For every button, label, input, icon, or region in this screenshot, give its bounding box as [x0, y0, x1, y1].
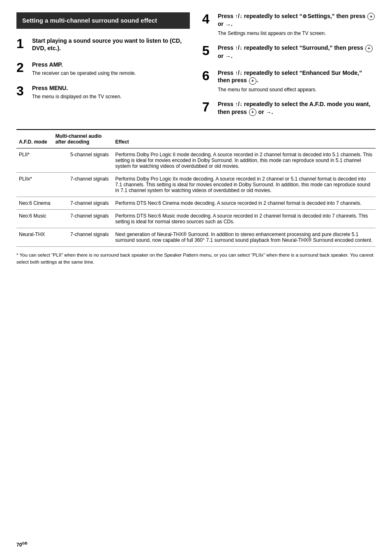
step-1-number: 1	[16, 37, 28, 50]
or-label-4: or	[218, 21, 224, 27]
table-row: PLIIx*7-channel signalsPerforms Dolby Pr…	[16, 173, 376, 197]
col-header-audio: Multi-channel audio after decoding	[53, 130, 113, 148]
step-7-title: Press ↑/↓ repeatedly to select the A.F.D…	[218, 100, 376, 116]
enter-icon-5: +	[365, 45, 373, 52]
cell-effect: Performs DTS Neo:6 Cinema mode decoding.…	[113, 197, 376, 210]
table-header-row: A.F.D. mode Multi-channel audio after de…	[16, 130, 376, 148]
cell-mode: Neural-THX	[16, 228, 53, 247]
step-3-number: 3	[16, 84, 28, 97]
step-7-number: 7	[202, 100, 214, 114]
cell-effect: Performs DTS Neo:6 Music mode decoding. …	[113, 210, 376, 228]
section-title: Setting a multi-channel surround sound e…	[22, 16, 184, 25]
step-1-content: Start playing a sound source you want to…	[32, 37, 190, 53]
step-7: 7 Press ↑/↓ repeatedly to select the A.F…	[202, 100, 376, 118]
step-3-desc: The menu is displayed on the TV screen.	[32, 93, 122, 100]
arrow-right-icon-7: →	[265, 109, 271, 116]
step-4: 4 Press ↑/↓ repeatedly to select “⚙Setti…	[202, 12, 376, 37]
cell-signals: 5-channel signals	[53, 148, 113, 173]
cell-effect: Performs Dolby Pro Logic IIx mode decodi…	[113, 173, 376, 197]
step-5-number: 5	[202, 44, 214, 57]
step-7-content: Press ↑/↓ repeatedly to select the A.F.D…	[218, 100, 376, 118]
table-row: Neural-THX7-channel signalsNext generati…	[16, 228, 376, 247]
step-4-content: Press ↑/↓ repeatedly to select “⚙Setting…	[218, 12, 376, 37]
step-6-number: 6	[202, 69, 214, 82]
table-row: Neo:6 Cinema7-channel signalsPerforms DT…	[16, 197, 376, 210]
arrow-right-icon: →	[225, 21, 231, 28]
cell-mode: PLII*	[16, 148, 53, 173]
page-number: 70GB	[16, 541, 28, 548]
step-4-title: Press ↑/↓ repeatedly to select “⚙Setting…	[218, 12, 376, 28]
step-1-title: Start playing a sound source you want to…	[32, 37, 190, 52]
step-2: 2 Press AMP. The receiver can be operate…	[16, 61, 190, 77]
step-2-content: Press AMP. The receiver can be operated …	[32, 61, 136, 77]
afd-table-section: A.F.D. mode Multi-channel audio after de…	[16, 129, 376, 247]
cell-mode: Neo:6 Cinema	[16, 197, 53, 210]
step-4-number: 4	[202, 12, 214, 25]
or-label-5: or	[218, 53, 224, 59]
step-2-number: 2	[16, 61, 28, 74]
section-title-box: Setting a multi-channel surround sound e…	[16, 12, 190, 29]
step-6-content: Press ↑/↓ repeatedly to select “Enhanced…	[218, 69, 376, 93]
col-header-effect: Effect	[113, 130, 376, 148]
footnote: * You can select “PLII” when there is no…	[16, 252, 376, 266]
right-column: 4 Press ↑/↓ repeatedly to select “⚙Setti…	[202, 12, 376, 125]
step-6-desc: The menu for surround sound effect appea…	[218, 86, 376, 93]
cell-mode: PLIIx*	[16, 173, 53, 197]
or-label-7: or	[258, 109, 264, 115]
afd-table: A.F.D. mode Multi-channel audio after de…	[16, 130, 376, 247]
step-5: 5 Press ↑/↓ repeatedly to select “Surrou…	[202, 44, 376, 62]
step-1: 1 Start playing a sound source you want …	[16, 37, 190, 53]
table-row: Neo:6 Music7-channel signalsPerforms DTS…	[16, 210, 376, 228]
settings-icon: ⚙	[302, 14, 307, 20]
enter-icon-7: +	[249, 109, 256, 116]
step-6-title: Press ↑/↓ repeatedly to select “Enhanced…	[218, 69, 376, 84]
cell-effect: Performs Dolby Pro Logic II mode decodin…	[113, 148, 376, 173]
step-3: 3 Press MENU. The menu is displayed on t…	[16, 84, 190, 100]
cell-signals: 7-channel signals	[53, 197, 113, 210]
step-5-content: Press ↑/↓ repeatedly to select “Surround…	[218, 44, 376, 62]
step-2-title: Press AMP.	[32, 61, 136, 68]
step-4-desc: The Settings menu list appears on the TV…	[218, 30, 376, 37]
left-column: Setting a multi-channel surround sound e…	[16, 12, 190, 125]
step-3-title: Press MENU.	[32, 84, 122, 92]
step-5-title: Press ↑/↓ repeatedly to select “Surround…	[218, 44, 376, 60]
footnote-text: * You can select “PLII” when there is no…	[16, 252, 376, 266]
col-header-mode: A.F.D. mode	[16, 130, 53, 148]
enter-icon: +	[367, 13, 375, 20]
arrow-right-icon-5: →	[225, 53, 231, 60]
cell-signals: 7-channel signals	[53, 173, 113, 197]
step-3-content: Press MENU. The menu is displayed on the…	[32, 84, 122, 100]
enter-icon-6: +	[249, 77, 256, 85]
table-row: PLII*5-channel signalsPerforms Dolby Pro…	[16, 148, 376, 173]
cell-mode: Neo:6 Music	[16, 210, 53, 228]
cell-signals: 7-channel signals	[53, 228, 113, 247]
cell-effect: Next generation of Neural-THX® Surround.…	[113, 228, 376, 247]
step-6: 6 Press ↑/↓ repeatedly to select “Enhanc…	[202, 69, 376, 93]
cell-signals: 7-channel signals	[53, 210, 113, 228]
step-2-desc: The receiver can be operated using the r…	[32, 70, 136, 77]
